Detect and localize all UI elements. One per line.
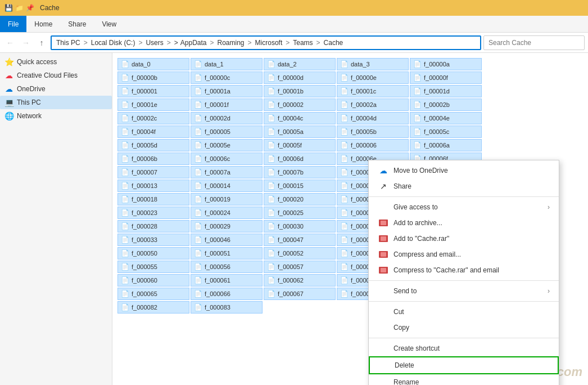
file-item[interactable]: 📄f_00000f xyxy=(410,71,482,84)
file-item[interactable]: 📄f_00005c xyxy=(410,126,482,138)
context-menu-item-delete[interactable]: Delete xyxy=(369,356,559,374)
file-item[interactable]: 📄f_000066 xyxy=(191,288,263,300)
context-menu-item-copy[interactable]: Copy xyxy=(369,320,559,335)
forward-button[interactable]: → xyxy=(19,36,33,50)
sidebar-item-onedrive[interactable]: ☁ OneDrive xyxy=(0,82,112,96)
file-item[interactable]: 📄f_000057 xyxy=(264,261,336,273)
file-item[interactable]: 📄f_000052 xyxy=(264,247,336,259)
file-item[interactable]: 📄f_000018 xyxy=(117,193,189,205)
context-menu-item-cut[interactable]: Cut xyxy=(369,304,559,320)
up-button[interactable]: ↑ xyxy=(35,36,48,50)
file-item[interactable]: 📄f_00005b xyxy=(337,126,409,138)
file-item[interactable]: 📄f_000025 xyxy=(264,207,336,219)
context-menu-item-add-archive[interactable]: Add to archive... xyxy=(369,215,559,231)
file-item[interactable]: 📄f_000013 xyxy=(117,180,189,192)
file-item[interactable]: 📄f_000001 xyxy=(117,85,189,97)
file-item[interactable]: 📄f_00005e xyxy=(191,139,263,151)
file-item[interactable]: 📄f_00002b xyxy=(410,99,482,111)
file-item[interactable]: 📄f_00000d xyxy=(264,71,336,84)
file-item[interactable]: 📄f_000002 xyxy=(264,99,336,111)
tab-share[interactable]: Share xyxy=(60,16,94,32)
file-item[interactable]: 📄f_000019 xyxy=(191,193,263,205)
tab-file[interactable]: File xyxy=(0,16,26,32)
file-item[interactable]: 📄f_000062 xyxy=(264,274,336,286)
file-item[interactable]: 📄f_000006 xyxy=(337,139,409,151)
back-button[interactable]: ← xyxy=(3,36,17,50)
file-item[interactable]: 📄f_00004d xyxy=(337,112,409,124)
file-item[interactable]: 📄f_000060 xyxy=(117,274,189,286)
context-menu[interactable]: ☁Move to OneDrive↗ShareGive access to›Ad… xyxy=(368,160,559,385)
file-item[interactable]: 📄f_00006a xyxy=(410,139,482,151)
tab-view[interactable]: View xyxy=(94,16,124,32)
file-item[interactable]: 📄f_00002c xyxy=(117,112,189,124)
file-item[interactable]: 📄f_000028 xyxy=(117,220,189,232)
context-menu-item-give-access[interactable]: Give access to› xyxy=(369,199,559,215)
file-item[interactable]: 📄f_00005d xyxy=(117,139,189,151)
context-menu-item-rename[interactable]: Rename xyxy=(369,374,559,385)
file-item[interactable]: 📄f_00000a xyxy=(410,58,482,70)
file-item[interactable]: 📄f_00001a xyxy=(191,85,263,97)
file-item[interactable]: 📄f_00007b xyxy=(264,166,336,178)
file-item[interactable]: 📄f_000051 xyxy=(191,247,263,259)
sidebar-item-creative-cloud[interactable]: ☁ Creative Cloud Files xyxy=(0,69,112,82)
file-item[interactable]: 📄f_000046 xyxy=(191,234,263,246)
file-item[interactable]: 📄f_00000e xyxy=(337,71,409,84)
file-item[interactable]: 📄f_00001e xyxy=(117,99,189,111)
file-item[interactable]: 📄f_00004e xyxy=(410,112,482,124)
file-item[interactable]: 📄f_00007a xyxy=(191,166,263,178)
file-item[interactable]: 📄f_00001b xyxy=(264,85,336,97)
file-item[interactable]: 📄f_00002d xyxy=(191,112,263,124)
context-menu-item-create-shortcut[interactable]: Create shortcut xyxy=(369,341,559,356)
file-item[interactable]: 📄f_000067 xyxy=(264,288,336,300)
file-item[interactable]: 📄f_00001f xyxy=(191,99,263,111)
file-item[interactable]: 📄f_000020 xyxy=(264,193,336,205)
file-item[interactable]: 📄f_00000b xyxy=(117,71,189,84)
file-item[interactable]: 📄f_00004f xyxy=(117,126,189,138)
sidebar-item-quick-access[interactable]: ⭐ Quick access xyxy=(0,55,112,69)
file-item[interactable]: 📄data_0 xyxy=(117,58,189,70)
sidebar-item-network[interactable]: 🌐 Network xyxy=(0,109,112,123)
file-label: f_00000e xyxy=(351,74,377,81)
file-item[interactable]: 📄data_1 xyxy=(191,58,263,70)
context-menu-item-compress-cache-email[interactable]: Compress to "Cache.rar" and email xyxy=(369,262,559,278)
file-item[interactable]: 📄f_00000c xyxy=(191,71,263,84)
file-item[interactable]: 📄f_00001c xyxy=(337,85,409,97)
file-item[interactable]: 📄f_000061 xyxy=(191,274,263,286)
address-path[interactable]: This PC > Local Disk (C:) > Users > > Ap… xyxy=(51,35,481,50)
context-menu-item-share[interactable]: ↗Share xyxy=(369,178,559,194)
tab-home[interactable]: Home xyxy=(26,16,60,32)
file-item[interactable]: 📄f_000056 xyxy=(191,261,263,273)
search-input[interactable] xyxy=(483,35,585,50)
file-item[interactable]: 📄f_000033 xyxy=(117,234,189,246)
file-item[interactable]: 📄f_000030 xyxy=(264,220,336,232)
context-menu-item-compress-email[interactable]: Compress and email... xyxy=(369,247,559,262)
file-item[interactable]: 📄f_00005a xyxy=(264,126,336,138)
context-menu-item-add-cache-rar[interactable]: Add to "Cache.rar" xyxy=(369,231,559,247)
file-item[interactable]: 📄f_000065 xyxy=(117,288,189,300)
file-item[interactable]: 📄f_00004c xyxy=(264,112,336,124)
file-item[interactable]: 📄f_000082 xyxy=(117,301,189,314)
file-item[interactable]: 📄f_000024 xyxy=(191,207,263,219)
file-item[interactable]: 📄f_000007 xyxy=(117,166,189,178)
file-item[interactable]: 📄f_000050 xyxy=(117,247,189,259)
file-item[interactable]: 📄f_000014 xyxy=(191,180,263,192)
file-item[interactable]: 📄f_00006d xyxy=(264,153,336,165)
file-item[interactable]: 📄data_3 xyxy=(337,58,409,70)
file-item[interactable]: 📄f_00006b xyxy=(117,153,189,165)
file-item[interactable]: 📄f_000015 xyxy=(264,180,336,192)
file-item[interactable]: 📄f_00006c xyxy=(191,153,263,165)
file-item[interactable]: 📄f_000047 xyxy=(264,234,336,246)
context-menu-item-move-to-onedrive[interactable]: ☁Move to OneDrive xyxy=(369,163,559,178)
file-item[interactable]: 📄f_000029 xyxy=(191,220,263,232)
file-item[interactable]: 📄f_00005f xyxy=(264,139,336,151)
file-item[interactable]: 📄f_00001d xyxy=(410,85,482,97)
file-area[interactable]: 📄data_0📄data_1📄data_2📄data_3📄f_00000a📄f_… xyxy=(112,53,588,385)
sidebar-item-this-pc[interactable]: 💻 This PC xyxy=(0,96,112,109)
file-item[interactable]: 📄f_00002a xyxy=(337,99,409,111)
file-item[interactable]: 📄f_000083 xyxy=(191,301,263,314)
file-item[interactable]: 📄f_000055 xyxy=(117,261,189,273)
file-item[interactable]: 📄f_000023 xyxy=(117,207,189,219)
file-item[interactable]: 📄data_2 xyxy=(264,58,336,70)
file-item[interactable]: 📄f_000005 xyxy=(191,126,263,138)
context-menu-item-send-to[interactable]: Send to› xyxy=(369,283,559,299)
